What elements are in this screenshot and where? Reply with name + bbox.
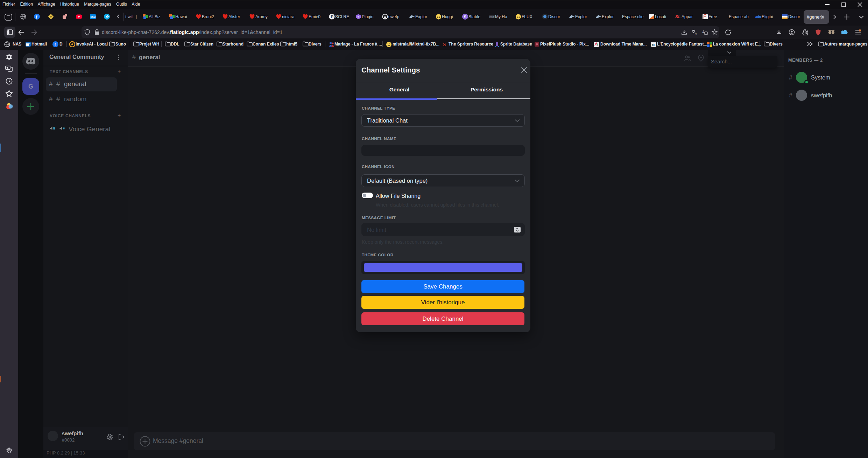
svg-text:P: P [331,15,333,19]
svg-text:A: A [702,30,705,34]
svg-text:EF: EF [652,43,656,47]
svg-text:DSM: DSM [91,16,96,18]
svg-text:S: S [443,42,446,47]
svg-text:S: S [464,15,467,19]
svg-text:adn: adn [755,15,761,19]
svg-text:SL: SL [675,14,680,19]
svg-text:A: A [695,32,697,35]
svg-text:cloud: cloud [489,16,494,18]
